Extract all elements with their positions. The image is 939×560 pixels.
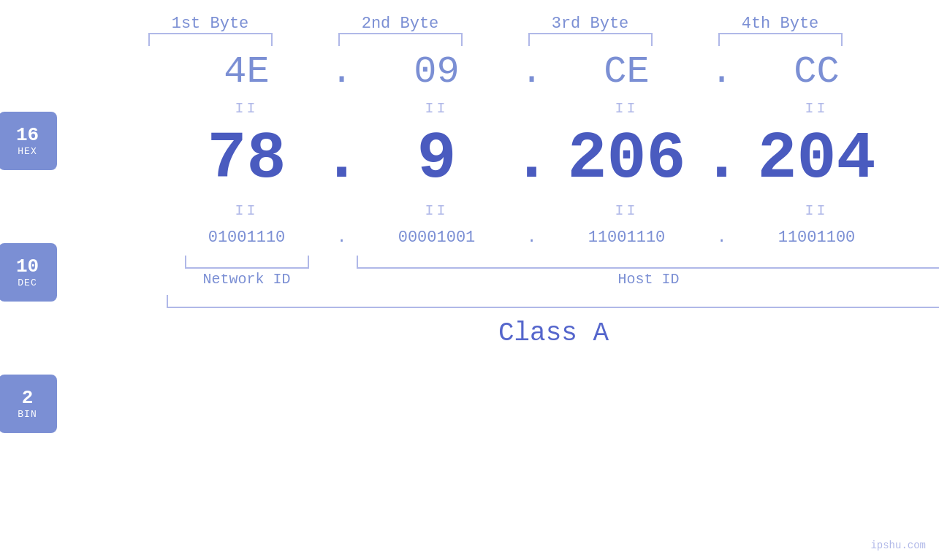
byte2-label: 2nd Byte [362,15,439,33]
network-id-label: Network ID [202,271,290,288]
network-bottom-bracket [185,256,309,269]
hex-row: 4E . 09 . CE . CC [167,46,940,97]
hex-badge: 16 HEX [0,112,57,170]
host-id-label-cell: Host ID [357,271,940,288]
hex-byte4: CC [737,50,897,93]
hex-byte1: 4E [167,50,327,93]
full-bottom-bracket [167,295,940,308]
dot-dec-2: . [517,122,547,196]
dec-badge: 10 DEC [0,243,57,302]
host-bottom-bracket [357,256,940,269]
ip-display-grid: 4E . 09 . CE . CC [167,46,940,469]
id-labels-row: Network ID Host ID [167,271,940,288]
network-id-label-cell: Network ID [167,271,327,288]
top-brackets [130,33,905,46]
dot-hex-1: . [327,50,357,93]
dot-dec-1: . [327,122,357,196]
dec-row: 78 . 9 . 206 . 204 [167,119,940,199]
dec-byte2: 9 [357,126,517,192]
bin-byte1: 01001110 [167,229,327,247]
byte-headers-row: 1st Byte 2nd Byte 3rd Byte 4th Byte [130,15,905,33]
dot-dec-3: . [707,122,737,196]
byte3-label: 3rd Byte [552,15,629,33]
bottom-brackets-row [167,256,940,269]
main-layout: 16 HEX 10 DEC 2 BIN 4E . [0,46,939,469]
dec-byte1: 78 [167,126,327,192]
bin-row: 01001110 . 00001001 . 11001110 . [167,221,940,254]
bin-badge: 2 BIN [0,375,57,433]
class-label: Class A [498,318,609,348]
watermark: ipshu.com [870,540,926,551]
dot-bin-2: . [517,229,547,247]
dec-byte3: 206 [547,126,707,192]
class-label-row: Class A [167,318,940,348]
dot-bin-3: . [707,229,737,247]
bin-byte4: 11001100 [737,229,897,247]
equals-row-2: II II II II [167,199,940,221]
dot-bin-1: . [327,229,357,247]
bin-byte2: 00001001 [357,229,517,247]
byte4-label: 4th Byte [742,15,819,33]
dot-hex-2: . [517,50,547,93]
hex-byte3: CE [547,50,707,93]
dot-hex-3: . [707,50,737,93]
byte1-label: 1st Byte [172,15,249,33]
main-container: 1st Byte 2nd Byte 3rd Byte 4th Byte 16 H… [0,0,939,560]
equals-row-1: II II II II [167,97,940,119]
hex-byte2: 09 [357,50,517,93]
dec-byte4: 204 [737,126,897,192]
host-id-label: Host ID [617,271,679,288]
bin-byte3: 11001110 [547,229,707,247]
badges-column: 16 HEX 10 DEC 2 BIN [0,75,57,469]
